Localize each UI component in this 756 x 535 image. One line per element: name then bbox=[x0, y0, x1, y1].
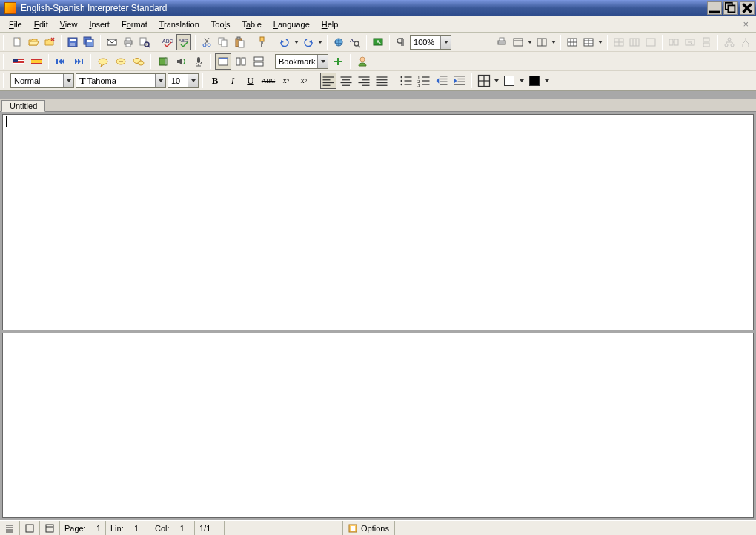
undo-dropdown[interactable] bbox=[294, 34, 299, 50]
menu-insert[interactable]: Insert bbox=[83, 19, 116, 30]
redo-dropdown[interactable] bbox=[317, 34, 323, 50]
merge-right-button[interactable] bbox=[683, 34, 697, 50]
copy-button[interactable] bbox=[216, 34, 231, 50]
dict-button[interactable] bbox=[155, 53, 171, 70]
new-button[interactable] bbox=[10, 34, 25, 50]
linecolor-button[interactable] bbox=[501, 73, 517, 89]
speak2-button[interactable] bbox=[113, 53, 129, 70]
layout1-dropdown[interactable] bbox=[527, 34, 533, 50]
print-preview-button[interactable] bbox=[137, 34, 152, 50]
format-painter-button[interactable] bbox=[255, 34, 270, 50]
tree-button[interactable] bbox=[738, 34, 753, 50]
mail-button[interactable] bbox=[105, 34, 119, 50]
toolbar-grip[interactable] bbox=[3, 73, 7, 88]
hyperlink-button[interactable] bbox=[331, 34, 346, 50]
undo-button[interactable] bbox=[277, 34, 292, 50]
close-button[interactable] bbox=[740, 1, 755, 15]
cut-button[interactable] bbox=[199, 34, 214, 50]
record-button[interactable] bbox=[190, 53, 207, 70]
menu-tools[interactable]: Tools bbox=[205, 19, 236, 30]
status-view1[interactable] bbox=[0, 521, 20, 535]
align-center-button[interactable] bbox=[338, 73, 354, 89]
align-right-button[interactable] bbox=[356, 73, 372, 89]
show-paragraph-button[interactable] bbox=[394, 34, 408, 50]
merge-left-button[interactable] bbox=[666, 34, 681, 50]
redo-button[interactable] bbox=[301, 34, 316, 50]
speak1-button[interactable] bbox=[95, 53, 111, 70]
fillcolor-dropdown[interactable] bbox=[544, 73, 550, 89]
save-all-button[interactable] bbox=[82, 34, 96, 50]
menu-format[interactable]: Format bbox=[116, 19, 153, 30]
spellcheck-button[interactable]: ABC bbox=[160, 34, 175, 50]
target-pane[interactable] bbox=[2, 333, 754, 518]
borders-dropdown[interactable] bbox=[494, 73, 500, 89]
font-combo[interactable]: T Tahoma bbox=[76, 73, 166, 88]
toolbar-grip[interactable] bbox=[3, 54, 7, 69]
table-grid-dropdown[interactable] bbox=[597, 34, 603, 50]
print-setup-button[interactable] bbox=[494, 34, 509, 50]
menu-file[interactable]: File bbox=[3, 19, 28, 30]
flag-en-button[interactable] bbox=[10, 53, 27, 70]
fontsize-combo[interactable]: 10 bbox=[168, 73, 199, 88]
skip-back-button[interactable] bbox=[53, 53, 69, 70]
merge-down-button[interactable] bbox=[699, 34, 714, 50]
subscript-button[interactable]: x2 bbox=[278, 73, 294, 89]
zoom-combo[interactable]: 100% bbox=[410, 35, 451, 50]
doc-tab-untitled[interactable]: Untitled bbox=[1, 100, 45, 112]
save-button[interactable] bbox=[65, 34, 80, 50]
orgchart-button[interactable] bbox=[722, 34, 737, 50]
view-single-button[interactable] bbox=[215, 53, 231, 70]
bold-button[interactable]: B bbox=[207, 73, 223, 89]
menu-edit[interactable]: Edit bbox=[28, 19, 54, 30]
translate-button[interactable] bbox=[371, 34, 385, 50]
menu-view[interactable]: View bbox=[54, 19, 84, 30]
view-split-button[interactable] bbox=[233, 53, 249, 70]
flag-es-button[interactable] bbox=[28, 53, 44, 70]
speak3-button[interactable] bbox=[130, 53, 147, 70]
user-button[interactable] bbox=[354, 53, 371, 70]
underline-button[interactable]: U bbox=[242, 73, 259, 89]
paste-button[interactable] bbox=[232, 34, 247, 50]
strike-button[interactable]: ABC bbox=[260, 73, 276, 89]
menu-help[interactable]: Help bbox=[316, 19, 345, 30]
layout1-button[interactable] bbox=[511, 34, 525, 50]
table-a-button[interactable] bbox=[611, 34, 626, 50]
menu-table[interactable]: Table bbox=[236, 19, 267, 30]
table-grid-button[interactable] bbox=[581, 34, 596, 50]
bullets-button[interactable] bbox=[398, 73, 414, 89]
status-view2[interactable] bbox=[20, 521, 40, 535]
table-b-button[interactable] bbox=[628, 34, 643, 50]
table-insert-button[interactable] bbox=[565, 34, 580, 50]
minimize-button[interactable] bbox=[707, 1, 722, 15]
open-button[interactable] bbox=[27, 34, 42, 50]
numbering-button[interactable]: 123 bbox=[416, 73, 432, 89]
status-view3[interactable] bbox=[40, 521, 60, 535]
maximize-button[interactable] bbox=[723, 1, 738, 15]
superscript-button[interactable]: x2 bbox=[296, 73, 312, 89]
layout2-button[interactable] bbox=[534, 34, 549, 50]
style-combo[interactable]: Normal bbox=[10, 73, 74, 88]
menu-translation[interactable]: Translation bbox=[153, 19, 205, 30]
outdent-button[interactable] bbox=[434, 73, 450, 89]
italic-button[interactable]: I bbox=[225, 73, 241, 89]
fillcolor-button[interactable] bbox=[526, 73, 543, 89]
layout2-dropdown[interactable] bbox=[551, 34, 557, 50]
linecolor-dropdown[interactable] bbox=[519, 73, 525, 89]
voice-button[interactable] bbox=[173, 53, 189, 70]
toolbar-grip[interactable] bbox=[3, 35, 7, 50]
close-doc-button[interactable] bbox=[42, 34, 57, 50]
align-left-button[interactable] bbox=[320, 73, 336, 89]
autospell-button[interactable]: ABC bbox=[176, 34, 191, 50]
source-pane[interactable] bbox=[2, 114, 754, 330]
indent-button[interactable] bbox=[451, 73, 468, 89]
find-button[interactable]: A bbox=[348, 34, 362, 50]
table-c-button[interactable] bbox=[643, 34, 658, 50]
menu-language[interactable]: Language bbox=[268, 19, 316, 30]
bookmark-combo[interactable]: Bookmark bbox=[275, 54, 328, 69]
add-bookmark-button[interactable] bbox=[330, 53, 346, 70]
align-justify-button[interactable] bbox=[374, 73, 390, 89]
view-stack-button[interactable] bbox=[251, 53, 267, 70]
print-button[interactable] bbox=[121, 34, 136, 50]
status-options[interactable]: Options bbox=[343, 521, 394, 535]
skip-fwd-button[interactable] bbox=[70, 53, 87, 70]
